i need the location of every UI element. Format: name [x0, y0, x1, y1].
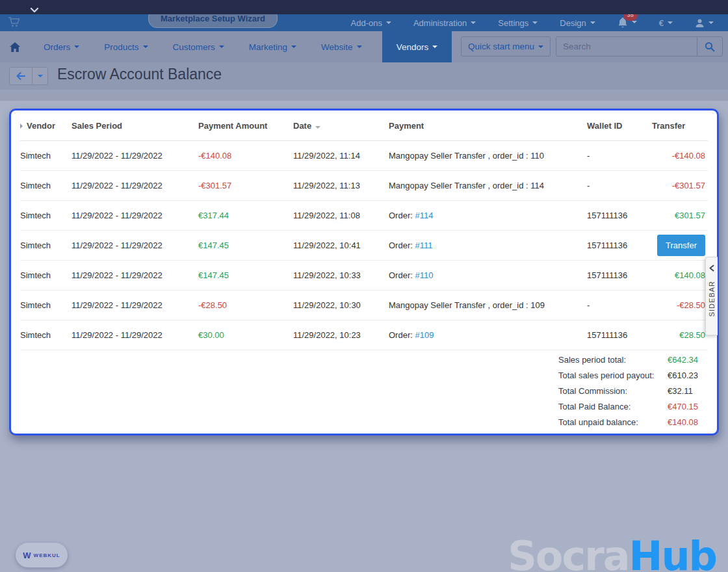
order-link[interactable]: #109 [415, 330, 434, 340]
cell-date: 11/29/2022, 11:08 [293, 201, 389, 231]
chevron-down-icon [357, 46, 362, 48]
transfer-amount: -€301.57 [672, 181, 705, 190]
chevron-down-icon [532, 21, 538, 24]
chevron-down-icon [708, 21, 714, 24]
cell-date: 11/29/2022, 11:14 [293, 141, 389, 171]
table-body: Simtech 11/29/2022 - 11/29/2022 -€140.08… [20, 141, 708, 350]
cell-vendor: Simtech [20, 320, 72, 350]
col-header-sales-period[interactable]: Sales Period [72, 110, 198, 141]
col-header-transfer[interactable]: Transfer [652, 110, 708, 141]
home-button[interactable] [0, 31, 31, 62]
order-link[interactable]: #110 [415, 270, 433, 280]
chevron-down-icon [143, 46, 148, 48]
page-header: Escrow Account Balance [0, 62, 728, 90]
table-row: Simtech 11/29/2022 - 11/29/2022 €317.44 … [20, 201, 708, 231]
totals-value: €470.15 [668, 402, 707, 411]
top-strip [0, 0, 728, 14]
sidebar-expand-tab[interactable]: SIDEBAR [705, 257, 718, 335]
chevron-left-icon [709, 263, 714, 274]
cell-wallet-id: 157111136 [587, 261, 652, 291]
sidebar-tab-label: SIDEBAR [708, 281, 716, 317]
payment-text: Mangopay Seller Transfer , order_id : 11… [389, 151, 544, 161]
menu-design[interactable]: Design [560, 18, 595, 28]
back-dropdown-button[interactable] [32, 67, 48, 85]
cell-payment: Order: #114 [389, 201, 587, 231]
totals-value: €140.08 [668, 417, 707, 427]
payment-text: Mangopay Seller Transfer , order_id : 11… [389, 181, 544, 190]
search-input[interactable] [556, 37, 697, 56]
nav-item-orders[interactable]: Orders [31, 31, 92, 62]
cell-transfer: €140.08 [652, 261, 708, 291]
nav-item-vendors[interactable]: Vendors [382, 31, 452, 62]
chevron-down-icon [291, 46, 296, 48]
col-header-payment-amount[interactable]: Payment Amount [198, 110, 293, 141]
col-header-wallet-id[interactable]: Wallet ID [587, 110, 652, 141]
webkul-badge[interactable]: W WEBKUL [16, 543, 68, 567]
sort-arrow-icon [20, 124, 23, 129]
cell-payment: Mangopay Seller Transfer , order_id : 10… [389, 291, 587, 320]
escrow-balance-panel: Vendor Sales Period Payment Amount Date … [9, 109, 719, 436]
col-header-vendor-label: Vendor [27, 121, 55, 131]
cell-wallet-id: 157111136 [587, 231, 652, 261]
chevron-down-icon[interactable] [30, 4, 39, 16]
menu-settings-label: Settings [498, 18, 528, 28]
cell-wallet-id: - [587, 141, 652, 171]
sort-caret-icon [315, 126, 320, 129]
chevron-down-icon [590, 21, 595, 24]
menu-add-ons[interactable]: Add-ons [351, 18, 391, 28]
cell-payment: Order: #111 [389, 231, 587, 261]
menu-administration[interactable]: Administration [413, 18, 476, 28]
totals-list: Sales period total: €642.34 Total sales … [558, 352, 707, 430]
totals-row: Total Paid Balance: €470.15 [558, 398, 707, 414]
payment-text: Order: [389, 211, 415, 220]
order-link[interactable]: #111 [415, 240, 432, 250]
watermark-logo: SocraHub [508, 532, 716, 572]
chevron-down-icon [538, 46, 543, 48]
nav-item-marketing[interactable]: Marketing [237, 31, 309, 62]
cell-payment-amount: €30.00 [198, 320, 293, 350]
currency-menu[interactable]: € [659, 18, 673, 28]
table-row: Simtech 11/29/2022 - 11/29/2022 €147.45 … [20, 231, 708, 261]
nav-item-website[interactable]: Website [309, 31, 374, 62]
payment-text: Order: [389, 270, 415, 280]
totals-label: Total Paid Balance: [558, 402, 668, 411]
cell-payment: Mangopay Seller Transfer , order_id : 11… [389, 171, 587, 201]
cell-date: 11/29/2022, 10:23 [293, 320, 389, 350]
cell-sales-period: 11/29/2022 - 11/29/2022 [72, 320, 198, 350]
nav-item-vendors-label: Vendors [396, 42, 429, 52]
menu-settings[interactable]: Settings [498, 18, 538, 28]
watermark-part2: Hub [629, 532, 716, 572]
table-row: Simtech 11/29/2022 - 11/29/2022 -€140.08… [20, 141, 708, 171]
transfer-amount: €28.50 [679, 330, 705, 340]
cell-sales-period: 11/29/2022 - 11/29/2022 [72, 261, 198, 291]
totals-label: Total unpaid balance: [558, 417, 668, 427]
order-link[interactable]: #114 [415, 211, 433, 220]
user-menu[interactable] [695, 18, 714, 28]
nav-item-customers-label: Customers [173, 42, 215, 52]
notifications-menu[interactable]: 35 [618, 17, 637, 28]
quick-start-menu-button[interactable]: Quick start menu [461, 36, 551, 57]
search-button[interactable] [697, 37, 722, 56]
cell-vendor: Simtech [20, 171, 72, 201]
cell-date: 11/29/2022, 10:30 [293, 291, 389, 320]
cell-payment-amount: €317.44 [198, 201, 293, 231]
cell-sales-period: 11/29/2022 - 11/29/2022 [72, 141, 198, 171]
col-header-payment[interactable]: Payment [389, 110, 587, 141]
nav-item-products[interactable]: Products [92, 31, 160, 62]
storefront-cart-icon[interactable] [8, 16, 21, 31]
col-header-date[interactable]: Date [293, 110, 389, 141]
chevron-down-icon [668, 21, 673, 24]
cell-transfer: Transfer [652, 231, 708, 261]
table-row: Simtech 11/29/2022 - 11/29/2022 -€28.50 … [20, 291, 708, 320]
webkul-logo-icon: W [23, 551, 31, 560]
chevron-down-icon [38, 75, 43, 77]
back-button[interactable] [9, 67, 32, 85]
webkul-label: WEBKUL [34, 552, 60, 558]
nav-item-customers[interactable]: Customers [161, 31, 237, 62]
col-header-vendor[interactable]: Vendor [20, 110, 72, 141]
search-box [556, 36, 723, 57]
totals-label: Sales period total: [558, 355, 668, 365]
totals-value: €610.23 [668, 370, 707, 380]
arrow-left-icon [16, 72, 25, 80]
transfer-button[interactable]: Transfer [657, 235, 705, 256]
